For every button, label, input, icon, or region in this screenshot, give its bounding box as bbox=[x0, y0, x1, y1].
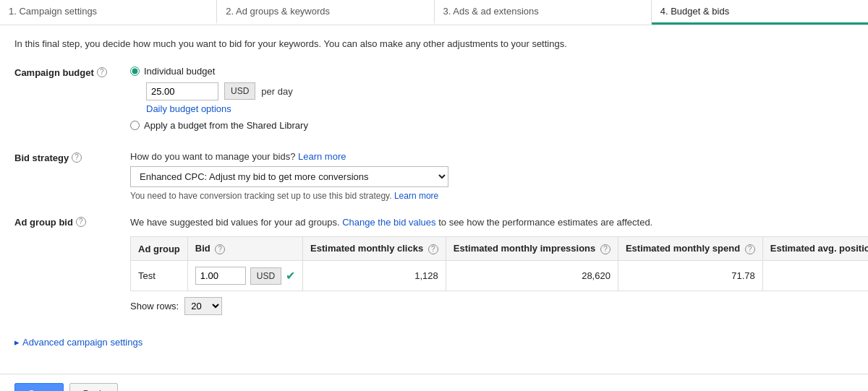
back-button[interactable]: Back bbox=[69, 383, 118, 391]
bid-strategy-select[interactable]: Enhanced CPC: Adjust my bid to get more … bbox=[130, 166, 448, 187]
ad-group-bid-desc: We have suggested bid values for your ad… bbox=[130, 215, 868, 230]
bid-strategy-learn-more[interactable]: Learn more bbox=[298, 151, 346, 162]
show-rows-label: Show rows: bbox=[130, 301, 179, 311]
step-4[interactable]: 4. Budget & bids bbox=[652, 0, 868, 25]
col-est-clicks: Estimated monthly clicks ? bbox=[303, 237, 446, 261]
bid-strategy-help-icon[interactable]: ? bbox=[72, 152, 82, 163]
cell-est-spend: 71.78 bbox=[618, 261, 762, 291]
daily-budget-link[interactable]: Daily budget options bbox=[146, 103, 231, 114]
col-est-spend: Estimated monthly spend ? bbox=[618, 237, 762, 261]
step-2-label: 2. Ad groups & keywords bbox=[226, 6, 330, 17]
bid-strategy-row: Bid strategy ? How do you want to manage… bbox=[14, 151, 781, 201]
shared-library-label: Apply a budget from the Shared Library bbox=[144, 120, 308, 131]
col-est-position: Estimated avg. position ? bbox=[762, 237, 868, 261]
bid-strategy-label: Bid strategy ? bbox=[14, 151, 130, 201]
step-3[interactable]: 3. Ads & ad extensions bbox=[435, 0, 652, 25]
stepper: 1. Campaign settings 2. Ad groups & keyw… bbox=[0, 0, 868, 25]
change-bid-values-link[interactable]: Change the bid values bbox=[342, 217, 435, 228]
ad-group-bid-help-icon[interactable]: ? bbox=[76, 217, 86, 227]
col-ad-group: Ad group bbox=[131, 237, 188, 261]
bid-currency-badge: USD bbox=[250, 267, 281, 285]
step-2[interactable]: 2. Ad groups & keywords bbox=[217, 0, 434, 25]
individual-budget-label: Individual budget bbox=[144, 66, 215, 77]
budget-input[interactable] bbox=[146, 82, 218, 100]
campaign-budget-help-icon[interactable]: ? bbox=[97, 67, 107, 77]
individual-budget-radio[interactable] bbox=[130, 66, 140, 76]
bid-input-cell: USD ✔ bbox=[195, 267, 295, 285]
bid-note-learn-more[interactable]: Learn more bbox=[394, 191, 438, 201]
cell-ad-group: Test bbox=[131, 261, 188, 291]
step-1-label: 1. Campaign settings bbox=[9, 6, 97, 17]
main-content: In this final step, you decide how much … bbox=[0, 25, 796, 359]
show-rows-row: Show rows: 5 10 20 50 100 bbox=[130, 297, 868, 315]
step-3-label: 3. Ads & ad extensions bbox=[443, 6, 539, 17]
col-impressions-help[interactable]: ? bbox=[600, 244, 610, 254]
advanced-settings-link[interactable]: ▸ Advanced campaign settings bbox=[14, 337, 142, 348]
col-bid: Bid ? bbox=[187, 237, 302, 261]
col-spend-help[interactable]: ? bbox=[745, 244, 755, 254]
step-1[interactable]: 1. Campaign settings bbox=[0, 0, 217, 25]
bid-strategy-content: How do you want to manage your bids? Lea… bbox=[130, 151, 781, 201]
save-button[interactable]: Save bbox=[14, 383, 64, 391]
step-4-label: 4. Budget & bids bbox=[660, 6, 729, 17]
table-row: Test USD ✔ 1,128 28,620 71.78 2.27 bbox=[131, 261, 869, 291]
shared-library-radio[interactable] bbox=[130, 121, 140, 130]
col-bid-help[interactable]: ? bbox=[215, 244, 225, 254]
campaign-budget-content: Individual budget USD per day Daily budg… bbox=[130, 66, 781, 137]
individual-budget-option: Individual budget bbox=[130, 66, 781, 77]
bid-input[interactable] bbox=[195, 267, 246, 285]
per-day-text: per day bbox=[261, 86, 292, 97]
intro-text: In this final step, you decide how much … bbox=[14, 37, 781, 51]
campaign-budget-label: Campaign budget ? bbox=[14, 66, 130, 137]
currency-badge: USD bbox=[224, 82, 255, 100]
show-rows-select[interactable]: 5 10 20 50 100 bbox=[184, 297, 222, 315]
budget-input-row: USD per day bbox=[146, 82, 781, 100]
ad-group-bid-table: Ad group Bid ? Estimated monthly clicks … bbox=[130, 236, 868, 291]
chevron-down-icon: ▸ bbox=[14, 337, 20, 348]
shared-library-option: Apply a budget from the Shared Library bbox=[130, 120, 781, 131]
footer: Save Back bbox=[0, 374, 868, 391]
col-est-impressions: Estimated monthly impressions ? bbox=[446, 237, 618, 261]
ad-group-bid-content: We have suggested bid values for your ad… bbox=[130, 215, 868, 316]
cell-est-clicks: 1,128 bbox=[303, 261, 446, 291]
campaign-budget-row: Campaign budget ? Individual budget USD … bbox=[14, 66, 781, 137]
ad-group-bid-label: Ad group bid ? bbox=[14, 215, 130, 316]
col-clicks-help[interactable]: ? bbox=[428, 244, 438, 254]
bid-strategy-question: How do you want to manage your bids? Lea… bbox=[130, 151, 781, 162]
bid-valid-icon: ✔ bbox=[286, 269, 295, 283]
cell-est-impressions: 28,620 bbox=[446, 261, 618, 291]
cell-est-position: 2.27 bbox=[762, 261, 868, 291]
ad-group-bid-row: Ad group bid ? We have suggested bid val… bbox=[14, 215, 781, 316]
cell-bid: USD ✔ bbox=[187, 261, 302, 291]
bid-strategy-note: You need to have conversion tracking set… bbox=[130, 191, 781, 201]
